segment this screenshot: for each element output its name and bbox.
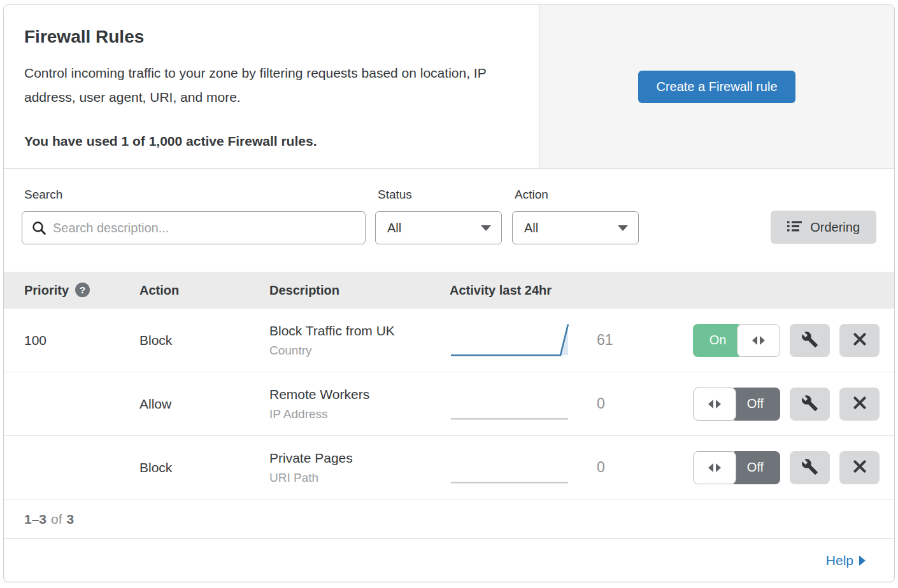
arrow-right-icon: [760, 336, 765, 345]
pagination-of: of: [51, 512, 62, 527]
activity-count: 0: [587, 459, 641, 476]
priority-cell: 100: [4, 333, 139, 348]
toggle-state-label: On: [693, 324, 743, 357]
activity-count: 0: [587, 395, 641, 412]
help-bar: Help: [4, 539, 894, 582]
header-section: Firewall Rules Control incoming traffic …: [4, 5, 894, 169]
action-cell: Allow: [139, 396, 269, 412]
enabled-toggle[interactable]: Off: [693, 451, 780, 484]
table-row: Allow Remote Workers IP Address 0 Off: [4, 372, 894, 436]
search-label: Search: [24, 188, 366, 202]
create-firewall-rule-button[interactable]: Create a Firewall rule: [638, 71, 795, 103]
action-select[interactable]: All: [512, 211, 639, 244]
wrench-icon: [801, 458, 818, 477]
edit-rule-button[interactable]: [790, 324, 830, 357]
pagination-bar: 1–3 of 3: [4, 500, 894, 539]
pagination-range: 1–3: [24, 512, 46, 527]
enabled-toggle[interactable]: Off: [693, 388, 780, 421]
action-cell: Block: [139, 333, 269, 348]
delete-rule-button[interactable]: [839, 324, 880, 357]
status-filter-group: Status All: [375, 186, 502, 272]
column-activity: Activity last 24hr: [450, 283, 641, 298]
arrow-left-icon: [752, 336, 757, 345]
arrow-right-icon: [859, 556, 866, 566]
rule-name: Private Pages: [269, 451, 450, 466]
activity-sparkline: [450, 322, 587, 359]
rule-name: Remote Workers: [269, 387, 450, 402]
arrow-left-icon: [708, 463, 713, 472]
table-header: Priority? Action Description Activity la…: [4, 272, 894, 309]
close-icon: [852, 331, 868, 349]
help-link-label: Help: [826, 553, 853, 568]
enabled-toggle[interactable]: On: [693, 324, 780, 357]
toggle-knob[interactable]: [693, 451, 736, 484]
toggle-state-label: Off: [731, 388, 780, 421]
search-box: [22, 211, 366, 244]
status-selected-value: All: [387, 221, 401, 235]
firewall-rules-card: Firewall Rules Control incoming traffic …: [3, 4, 895, 582]
row-controls: Off: [693, 388, 880, 421]
page-title: Firewall Rules: [24, 27, 518, 47]
page-description: Control incoming traffic to your zone by…: [24, 61, 518, 109]
chevron-down-icon: [618, 225, 628, 231]
column-priority: Priority?: [4, 283, 139, 298]
pagination-total: 3: [67, 512, 75, 527]
delete-rule-button[interactable]: [839, 451, 880, 484]
help-link[interactable]: Help: [826, 553, 866, 568]
action-filter-group: Action All: [512, 186, 639, 272]
description-cell: Block Traffic from UK Country: [269, 323, 450, 358]
rule-type: Country: [269, 344, 450, 358]
edit-rule-button[interactable]: [790, 388, 830, 421]
arrow-right-icon: [716, 463, 721, 472]
rule-type: IP Address: [269, 407, 450, 421]
chevron-down-icon: [481, 225, 491, 231]
header-text-block: Firewall Rules Control incoming traffic …: [4, 5, 539, 168]
delete-rule-button[interactable]: [839, 388, 880, 421]
ordering-button[interactable]: Ordering: [771, 211, 876, 244]
edit-rule-button[interactable]: [790, 451, 830, 484]
row-controls: Off: [693, 451, 880, 484]
ordering-button-label: Ordering: [810, 220, 860, 235]
close-icon: [852, 458, 868, 477]
activity-sparkline: [450, 449, 587, 486]
status-label: Status: [378, 188, 502, 202]
close-icon: [852, 395, 868, 413]
action-cell: Block: [139, 460, 269, 475]
activity-count: 61: [587, 332, 641, 349]
action-label: Action: [515, 188, 639, 202]
toggle-knob[interactable]: [693, 388, 736, 421]
arrow-right-icon: [716, 400, 721, 409]
status-select[interactable]: All: [375, 211, 502, 244]
table-row: 100 Block Block Traffic from UK Country …: [4, 309, 894, 372]
arrow-left-icon: [708, 400, 713, 409]
usage-note: You have used 1 of 1,000 active Firewall…: [24, 134, 518, 149]
help-question-icon[interactable]: ?: [75, 283, 90, 297]
column-description: Description: [269, 283, 450, 298]
rule-type: URI Path: [269, 471, 450, 485]
column-action: Action: [139, 283, 269, 298]
toggle-state-label: Off: [731, 451, 780, 484]
description-cell: Private Pages URI Path: [269, 451, 450, 485]
activity-sparkline: [450, 386, 587, 423]
search-icon: [32, 221, 46, 239]
row-controls: On: [693, 324, 880, 357]
table-row: Block Private Pages URI Path 0 Off: [4, 436, 894, 500]
description-cell: Remote Workers IP Address: [269, 387, 450, 421]
toggle-knob[interactable]: [737, 324, 780, 357]
search-group: Search: [22, 186, 366, 272]
ordered-list-icon: [787, 220, 802, 235]
search-input[interactable]: [22, 212, 365, 244]
filter-bar: Search Status All Action All: [4, 169, 894, 272]
action-selected-value: All: [524, 221, 538, 235]
rule-name: Block Traffic from UK: [269, 323, 450, 339]
wrench-icon: [801, 395, 818, 414]
wrench-icon: [801, 331, 818, 350]
header-action-panel: Create a Firewall rule: [539, 5, 894, 168]
